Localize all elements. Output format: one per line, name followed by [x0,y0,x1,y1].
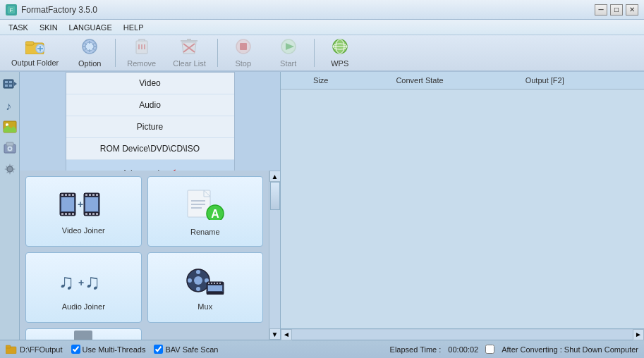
start-button[interactable]: Start [267,35,310,70]
right-panel: Size Convert State Output [F2] ◄ ► [281,72,644,340]
remove-icon [132,38,152,58]
bav-scan-checkbox[interactable]: BAV Safe Scan [154,345,218,354]
grid-scrollbar[interactable]: ▲ ▼ [269,171,280,340]
svg-rect-75 [207,292,224,295]
toolbar: Output Folder Option Remove [0,35,644,72]
svg-rect-54 [89,213,91,215]
menu-item-audio[interactable]: Audio [66,94,234,116]
menu-item-rom[interactable]: ROM Device\DVD\CD\ISO [66,138,234,160]
partial-icon [73,329,94,340]
svg-rect-76 [208,283,209,284]
h-scroll-track[interactable] [292,330,633,340]
svg-text:+: + [78,199,83,210]
status-folder: D:\FFOutput [6,344,63,355]
sidebar-icons: ♪ [0,72,20,340]
grid-item-mux[interactable]: Mux [147,252,264,323]
folder-path: D:\FFOutput [20,345,63,354]
scroll-right-arrow[interactable]: ► [633,329,644,340]
sidebar-icon-video[interactable] [1,76,18,93]
svg-rect-37 [65,194,67,196]
folder-icon [25,39,45,57]
svg-text:A: A [211,208,219,220]
svg-rect-82 [74,331,92,340]
sidebar-icon-picture[interactable] [1,118,18,135]
grid-item-rename[interactable]: A Rename [147,176,264,247]
audio-joiner-icon: ♫ + ♫ [59,266,108,298]
scroll-track[interactable] [270,182,280,328]
sidebar-icon-rom[interactable] [1,140,18,156]
scroll-up-arrow[interactable]: ▲ [269,171,281,182]
svg-point-71 [188,278,192,283]
multi-threads-label: Use Multi-Threads [83,345,146,354]
svg-rect-53 [85,213,87,215]
wps-icon [330,38,350,58]
sidebar-icon-gear[interactable] [1,161,18,178]
menubar: TASK SKIN LANGUAGE HELP [0,20,644,35]
svg-rect-77 [211,283,212,284]
multi-threads-check[interactable] [71,345,80,354]
svg-point-32 [7,166,13,172]
clear-icon [179,38,199,58]
svg-rect-84 [6,345,11,348]
after-converting-label: After Converting : Shut Down Computer [502,345,638,354]
svg-rect-78 [214,283,215,284]
stop-button[interactable]: Stop [222,35,265,70]
minimize-button[interactable]: ─ [595,4,607,16]
bav-scan-check[interactable] [154,345,163,354]
svg-text:F: F [10,7,13,13]
scroll-left-arrow[interactable]: ◄ [281,329,292,340]
svg-rect-18 [4,80,13,88]
scroll-down-arrow[interactable]: ▼ [269,328,281,340]
menu-language[interactable]: LANGUAGE [63,22,118,33]
menu-help[interactable]: HELP [118,22,150,33]
grid-item-audio-joiner[interactable]: ♫ + ♫ Audio Joiner [25,252,142,323]
maximize-button[interactable]: □ [610,4,623,16]
window-controls[interactable]: ─ □ ✕ [595,4,638,16]
menu-task[interactable]: TASK [3,22,34,33]
menu-item-video[interactable]: Video [66,73,234,94]
svg-rect-55 [92,213,95,215]
start-icon [279,38,298,58]
wps-label: WPS [331,59,348,68]
multi-threads-checkbox[interactable]: Use Multi-Threads [71,345,146,354]
h-scrollbar[interactable]: ◄ ► [281,328,644,340]
left-panel: Video Audio Picture ROM Device\DVD\CD\IS… [20,72,281,340]
svg-rect-57 [85,197,98,211]
svg-rect-41 [65,213,67,215]
svg-rect-3 [25,42,34,45]
stop-icon [233,38,253,58]
sidebar-icon-audio[interactable]: ♪ [1,97,18,114]
svg-rect-23 [9,85,12,87]
mux-icon [184,266,226,298]
svg-rect-42 [68,213,71,215]
option-button[interactable]: Option [68,35,111,70]
wps-button[interactable]: WPS [319,35,361,70]
remove-button[interactable]: Remove [120,35,163,70]
toolbar-separator-2 [217,39,218,67]
svg-rect-39 [72,194,74,196]
clear-list-label: Clear List [173,59,205,68]
elapsed-time-label: Elapsed Time : [390,345,442,354]
status-right: Elapsed Time : 00:00:02 After Converting… [390,345,638,354]
svg-rect-79 [217,283,218,284]
output-folder-button[interactable]: Output Folder [4,36,66,70]
clear-list-button[interactable]: Clear List [166,35,212,70]
bav-scan-label: BAV Safe Scan [165,345,218,354]
rename-icon: A [184,188,226,223]
menu-item-picture[interactable]: Picture [66,116,234,138]
grid-item-partial[interactable] [25,328,142,340]
svg-rect-80 [219,283,221,284]
svg-text:♫: ♫ [59,270,75,293]
grid-item-video-joiner[interactable]: + [25,176,142,247]
after-converting-check[interactable] [485,345,494,354]
svg-rect-38 [68,194,71,196]
toolbar-separator-1 [115,39,116,67]
column-headers: Size Convert State Output [F2] [281,72,644,90]
start-label: Start [280,59,296,68]
menu-skin[interactable]: SKIN [34,22,63,33]
audio-joiner-label: Audio Joiner [62,302,105,311]
close-button[interactable]: ✕ [626,4,638,16]
grid-panel: + [20,171,280,340]
svg-text:♪: ♪ [6,100,11,112]
scroll-thumb[interactable] [270,182,280,210]
